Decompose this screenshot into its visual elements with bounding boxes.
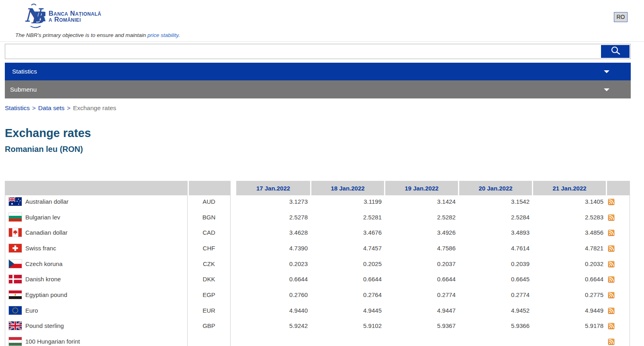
language-toggle-button[interactable]: RO	[614, 12, 628, 22]
rate-value: 4.7457	[310, 242, 384, 258]
rate-value: 3.4856	[532, 226, 606, 242]
rss-feed-icon[interactable]	[608, 214, 615, 221]
rate-value: 5.9102	[310, 320, 384, 336]
table-header-date: 17 Jan.2022	[236, 181, 310, 195]
currency-name: 100 Hungarian forint	[25, 338, 80, 345]
rate-value: 3.1405	[532, 195, 606, 211]
breadcrumb-current: Exchange rates	[73, 104, 117, 111]
rss-feed-icon[interactable]	[608, 261, 615, 268]
currency-name: Bulgarian lev	[25, 214, 60, 221]
rate-value: 4.9447	[384, 304, 458, 320]
rss-feed-icon[interactable]	[608, 245, 615, 252]
rss-cell	[606, 289, 630, 304]
hungary-flag	[8, 337, 22, 346]
rate-value: 3.4628	[236, 226, 310, 242]
rate-value: 4.7390	[236, 242, 310, 258]
rate-value: 0.2774	[458, 289, 532, 304]
rss-cell	[606, 242, 630, 258]
price-stability-link[interactable]: price stability	[147, 32, 178, 38]
rate-value: 3.1273	[236, 195, 310, 211]
rss-feed-icon[interactable]	[608, 292, 615, 299]
rate-value: 2.5284	[458, 211, 532, 227]
nav-bar-statistics[interactable]: Statistics	[5, 63, 631, 80]
rate-value: 4.9449	[532, 304, 606, 320]
australia-flag	[8, 197, 22, 206]
currency-name: Egyptian pound	[25, 291, 67, 298]
chevron-down-icon[interactable]	[604, 70, 609, 73]
table-spacer	[231, 273, 236, 289]
nbr-monogram-icon[interactable]: N B R	[25, 2, 45, 29]
logo-line2: a României	[49, 16, 101, 23]
rate-value	[310, 335, 384, 346]
canada-flag	[8, 228, 22, 237]
table-header-rss	[606, 181, 630, 195]
svg-text:R: R	[35, 9, 45, 25]
nav-bar-submenu-label: Submenu	[10, 86, 37, 93]
rate-value	[532, 335, 606, 346]
eu-flag	[8, 306, 22, 315]
rate-value: 4.9440	[236, 304, 310, 320]
rate-value: 3.1199	[310, 195, 384, 211]
rate-value: 0.2023	[236, 258, 310, 273]
currency-row: Pound sterling	[5, 320, 188, 336]
rate-value: 0.6644	[532, 273, 606, 289]
breadcrumb-separator: >	[65, 104, 73, 111]
currency-row: 100 Hungarian forint	[5, 335, 188, 346]
currency-row: Australian dollar	[5, 195, 188, 211]
rss-cell	[606, 258, 630, 273]
rate-value: 4.7821	[532, 242, 606, 258]
currency-code: AUD	[188, 195, 231, 211]
currency-row: Euro	[5, 304, 188, 320]
currency-code: EUR	[188, 304, 231, 320]
rss-feed-icon[interactable]	[608, 276, 615, 283]
switzerland-flag	[8, 244, 22, 253]
currency-name: Euro	[25, 307, 38, 314]
rss-cell	[606, 273, 630, 289]
currency-row: Swiss franc	[5, 242, 188, 258]
egypt-flag	[8, 290, 22, 299]
rate-value: 0.6644	[310, 273, 384, 289]
currency-code: CAD	[188, 226, 231, 242]
currency-code: BGN	[188, 211, 231, 227]
currency-code: EGP	[188, 289, 231, 304]
table-spacer	[231, 258, 236, 273]
rate-value: 0.2039	[458, 258, 532, 273]
czechia-flag	[8, 259, 22, 268]
bank-logo-text[interactable]: Banca Națională a României	[49, 10, 101, 23]
rate-value: 4.7586	[384, 242, 458, 258]
rss-feed-icon[interactable]	[608, 229, 615, 236]
rate-value: 3.4926	[384, 226, 458, 242]
rss-feed-icon[interactable]	[608, 338, 615, 345]
rate-value: 5.9366	[458, 320, 532, 336]
rss-cell	[606, 335, 630, 346]
rate-value: 0.6644	[384, 273, 458, 289]
table-header-currency	[5, 181, 188, 195]
search-input[interactable]	[5, 44, 600, 59]
search-button[interactable]	[601, 45, 630, 58]
search-icon	[609, 46, 622, 57]
breadcrumb-statistics[interactable]: Statistics	[5, 104, 30, 111]
currency-row: Canadian dollar	[5, 226, 188, 242]
rate-value	[384, 335, 458, 346]
chevron-down-icon[interactable]	[604, 88, 609, 91]
rate-value: 0.2764	[310, 289, 384, 304]
rate-value: 2.5281	[310, 211, 384, 227]
table-spacer	[231, 289, 236, 304]
rate-value: 0.2032	[532, 258, 606, 273]
exchange-rates-table: 17 Jan.202218 Jan.202219 Jan.202220 Jan.…	[5, 181, 630, 346]
rss-feed-icon[interactable]	[608, 199, 615, 205]
currency-row: Egyptian pound	[5, 289, 188, 304]
rss-cell	[606, 304, 630, 320]
table-header-date: 19 Jan.2022	[384, 181, 458, 195]
rate-value: 4.7614	[458, 242, 532, 258]
rss-feed-icon[interactable]	[608, 307, 615, 314]
nav-bar-submenu[interactable]: Submenu	[5, 80, 631, 98]
rss-feed-icon[interactable]	[608, 323, 615, 330]
rate-value: 2.5278	[236, 211, 310, 227]
breadcrumb-data-sets[interactable]: Data sets	[38, 104, 64, 111]
page-title: Exchange rates	[5, 127, 91, 140]
uk-flag	[8, 321, 22, 330]
rate-value: 4.9452	[458, 304, 532, 320]
tagline-text: The NBR's primary objective is to ensure…	[15, 32, 147, 38]
rate-value: 3.4676	[310, 226, 384, 242]
